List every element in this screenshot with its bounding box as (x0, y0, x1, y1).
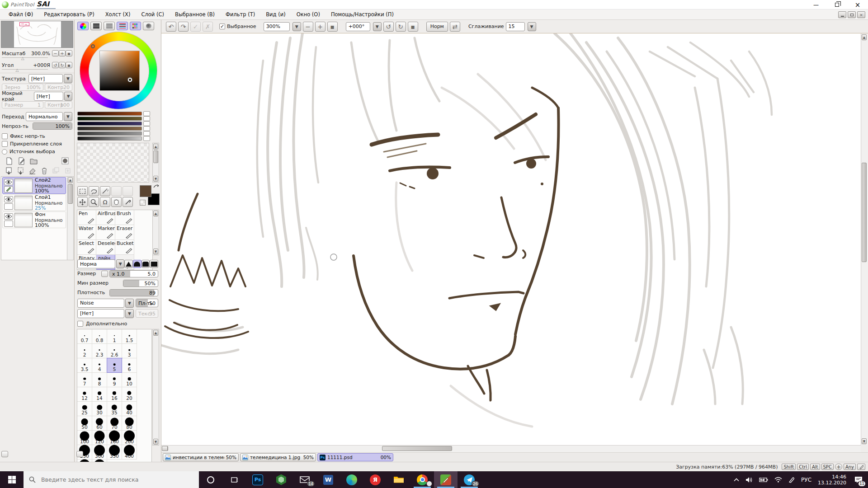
layer-row[interactable]: Фон Нормально 100% (2, 211, 66, 228)
taskbar-edge-icon[interactable] (340, 471, 363, 488)
menu-item[interactable]: Фильтр (Т) (221, 10, 260, 19)
zoom-dropdown-icon[interactable]: ▼ (292, 22, 301, 31)
angle-slider[interactable]: △ (2, 69, 48, 73)
edge-density-slider[interactable]: Пл-ть 50 (136, 299, 158, 307)
rotate-cw-button[interactable]: ↻ (59, 62, 66, 68)
menu-item[interactable]: Помощь/Настройки (П) (326, 10, 399, 19)
zoom-out-canvas-button[interactable]: − (303, 22, 313, 32)
brush-size-cell[interactable]: 200 (122, 431, 137, 445)
brush-size-cell[interactable]: 2.3 (92, 344, 107, 358)
scratchpad-area[interactable] (77, 143, 149, 183)
navigator-thumbnail[interactable] (1, 21, 73, 48)
color-mixer-tab[interactable] (117, 22, 128, 30)
brush-size-cell[interactable]: 2 (77, 344, 92, 358)
zoom-reset-canvas-button[interactable]: ▪ (327, 22, 338, 32)
canvas-horizontal-scrollbar[interactable]: ◀ ▶ (161, 445, 861, 452)
search-input[interactable] (40, 476, 185, 483)
cortana-button[interactable] (199, 471, 222, 488)
move-tool[interactable] (77, 197, 88, 207)
new-layer-button[interactable] (5, 157, 14, 165)
min-size-slider[interactable]: 50% (123, 280, 158, 287)
texture-select[interactable]: [Нет] (28, 74, 63, 83)
brush-size-cell[interactable]: 160 (107, 431, 122, 445)
brush-size-cell[interactable]: 300 (92, 445, 107, 460)
layer-list-scrollbar[interactable]: ▲ (67, 176, 74, 260)
battery-icon[interactable] (759, 477, 768, 483)
taskbar-sai-icon[interactable] (434, 471, 458, 488)
brush-size-cell[interactable]: 70 (107, 416, 122, 431)
tool-button[interactable]: Deselect (96, 240, 115, 255)
color-marker[interactable] (128, 78, 132, 82)
scratchpad-tab[interactable] (143, 22, 154, 30)
document-tab[interactable]: Ps телемедицина 1.jpg 50% (240, 453, 316, 461)
saturation-value-square[interactable] (99, 51, 140, 91)
eyedropper-tool[interactable] (123, 197, 133, 207)
selection-apply-button[interactable]: ✓ (190, 22, 201, 32)
close-button[interactable]: × (847, 0, 868, 9)
layer-paint-indicator[interactable] (4, 186, 13, 192)
mixer-slider-v[interactable] (77, 136, 150, 141)
brush-size-cell[interactable]: 9 (107, 373, 122, 387)
zoom-reset-button[interactable]: ▪ (66, 50, 72, 56)
wet-edge-select[interactable]: [Нет] (34, 92, 64, 101)
brush-size-cell[interactable]: 400 (122, 445, 137, 460)
layer-visibility-toggle[interactable] (4, 179, 13, 185)
hand-tool[interactable] (111, 197, 122, 207)
brush-size-cell[interactable]: 100 (77, 431, 92, 445)
brush-size-cell[interactable]: 35 (107, 402, 122, 416)
rotate-ccw-button[interactable]: ↺ (52, 62, 59, 68)
brush-shape-dropdown-icon[interactable]: ▼ (116, 259, 124, 268)
selection-visible-checkbox[interactable]: ✓ (219, 23, 225, 29)
brush-size-cell[interactable]: 350 (107, 445, 122, 460)
layer-mask-button[interactable] (61, 157, 70, 165)
taskbar-green-app-icon[interactable] (269, 471, 293, 488)
brush-size-cell[interactable]: 1.5 (122, 329, 137, 344)
tool-button[interactable]: Eraser (115, 225, 134, 240)
density-slider[interactable]: 89 (109, 289, 158, 296)
tool-button[interactable]: Select (77, 240, 96, 255)
mixer-slider-b[interactable] (77, 121, 150, 126)
rotate-reset-canvas-button[interactable]: ▪ (408, 22, 418, 32)
rotate-ccw-canvas-button[interactable]: ↺ (383, 22, 394, 32)
panel-corner-button[interactable] (1, 451, 8, 457)
rect-select-tool[interactable] (77, 186, 88, 196)
norm-view-button[interactable]: Норм (426, 22, 448, 32)
brush-size-cell[interactable]: 25 (77, 402, 92, 416)
hue-marker[interactable] (91, 44, 95, 48)
edge-shape-dropdown-icon[interactable]: ▼ (125, 299, 134, 308)
foreground-color-swatch[interactable] (140, 185, 151, 197)
brush-size-cell[interactable]: 4 (92, 358, 107, 373)
color-wheel-tab[interactable] (77, 22, 89, 30)
zoom-out-button[interactable]: − (52, 50, 59, 56)
edge-shape-select[interactable]: Noise (77, 299, 124, 308)
brush-texture-select[interactable]: [Нет] (77, 309, 124, 318)
opacity-slider[interactable]: 100% (33, 122, 72, 130)
angle-dropdown-icon[interactable]: ▼ (373, 22, 382, 31)
brush-tip-flat[interactable] (142, 260, 150, 268)
rotate-reset-button[interactable]: ▪ (66, 62, 72, 68)
brush-size-cell[interactable]: 0.8 (92, 329, 107, 344)
undo-button[interactable]: ↶ (166, 22, 176, 32)
document-tab[interactable]: Ps 11111.psd 00% (317, 453, 393, 461)
taskbar-search[interactable] (24, 471, 199, 488)
lasso-tool[interactable] (89, 186, 99, 196)
taskbar-chrome-icon[interactable] (410, 471, 434, 488)
brush-size-cell[interactable]: 7 (77, 373, 92, 387)
brush-size-cell[interactable]: 3 (122, 344, 137, 358)
taskbar-word-icon[interactable]: W (316, 471, 340, 488)
pen-settings-icon[interactable] (788, 477, 795, 483)
tool-button[interactable]: Marker (96, 225, 115, 240)
taskbar-telegram-icon[interactable]: 26 (458, 471, 481, 488)
volume-icon[interactable] (745, 477, 753, 483)
clock[interactable]: 14:46 13.12.2020 (818, 474, 846, 486)
document-tab[interactable]: Ps инвестиции в телеме... 50% (163, 453, 239, 461)
notification-center-icon[interactable]: 11 (853, 474, 864, 486)
magic-wand-tool[interactable] (100, 186, 110, 196)
drawing-canvas[interactable] (161, 33, 861, 445)
child-restore-button[interactable] (848, 11, 856, 18)
mixer-slider-h[interactable] (77, 126, 150, 131)
advanced-settings-checkbox[interactable] (77, 321, 83, 327)
blend-mode-dropdown-icon[interactable]: ▼ (64, 112, 72, 121)
hsv-slider-tab[interactable] (104, 22, 115, 30)
menu-item[interactable]: Вид (и) (261, 10, 290, 19)
